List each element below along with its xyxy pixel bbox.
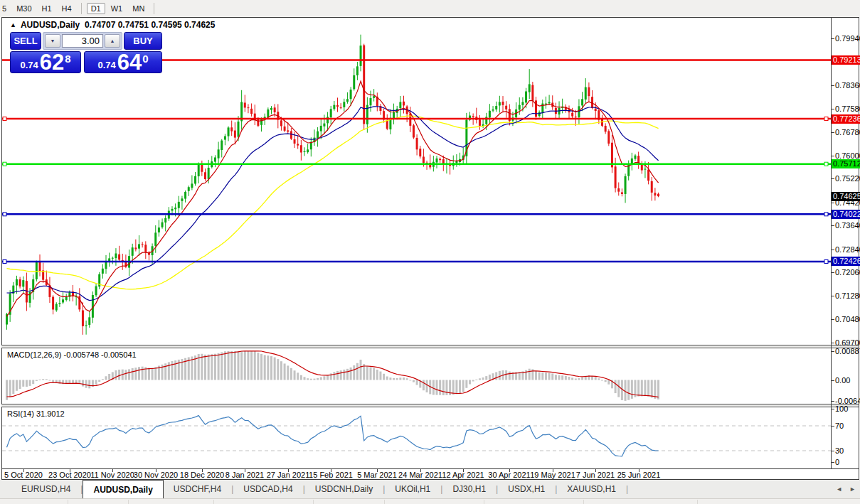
hline-handle[interactable] (3, 259, 6, 263)
date-axis-label: 5 Mar 2021 (357, 471, 397, 479)
price-axis-label: 0.78360 (835, 81, 860, 90)
date-axis-label: 5 Oct 2020 (4, 471, 43, 479)
date-axis-label: 7 Jun 2021 (576, 471, 615, 479)
tab-USDCHF-H4[interactable]: USDCHF,H4 (164, 480, 231, 498)
timeframe-button-H4[interactable]: H4 (58, 3, 76, 14)
volume-increase-button[interactable]: ▲ (105, 34, 120, 48)
price-axis-tick (831, 203, 834, 203)
one-click-toggle-icon[interactable]: ▲ (10, 21, 16, 28)
buy-button[interactable]: BUY (124, 32, 162, 50)
date-axis-label: 18 Dec 2020 (180, 471, 224, 479)
price-axis-tick (831, 85, 834, 86)
macd-label: MACD(12,26,9) -0.005748 -0.005041 (7, 350, 137, 359)
sell-price-prefix: 0.74 (20, 60, 38, 70)
price-axis-label: 0.79940 (835, 34, 860, 43)
timeframe-button-H1[interactable]: H1 (38, 3, 56, 14)
ma-slow-line (7, 116, 659, 289)
price-axis-label: 0.72060 (835, 268, 860, 277)
timeframe-button-W1[interactable]: W1 (107, 3, 127, 14)
tab-USDCNH-Daily[interactable]: USDCNH,Daily (305, 480, 383, 498)
date-axis-label: 30 Apr 2021 (488, 471, 530, 479)
date-axis-label: 8 Jan 2021 (225, 471, 264, 479)
tab-XAUUSD-H1[interactable]: XAUUSD,H1 (557, 480, 626, 498)
price-badge-0.75712: 0.75712 (832, 159, 860, 168)
rsi-axis-tick (831, 462, 834, 463)
buy-price-prefix: 0.74 (97, 60, 115, 70)
tab-scroll-right-icon[interactable]: ► (849, 486, 856, 493)
sell-price-button[interactable]: 0.74628 (10, 51, 81, 73)
price-badge-0.77236: 0.77236 (832, 114, 860, 124)
tab-USDCAD-H4[interactable]: USDCAD,H4 (233, 480, 302, 498)
tab-DJ30-H1[interactable]: DJ30,H1 (442, 480, 496, 498)
horizontal-lines-layer[interactable] (2, 60, 831, 263)
date-axis-label: 25 Jun 2021 (617, 471, 661, 479)
tab-EURUSD-H4[interactable]: EURUSD,H4 (11, 480, 80, 498)
tab-USDX-H1[interactable]: USDX,H1 (498, 480, 555, 498)
volume-decrease-button[interactable]: ▼ (45, 34, 60, 48)
timeframe-button-5[interactable]: 5 (0, 3, 11, 14)
timeframe-button-D1[interactable]: D1 (87, 3, 105, 14)
symbol-tabbar: EURUSD,H4|AUDUSD,DailyUSDCHF,H4|USDCAD,H… (0, 480, 860, 498)
price-axis-tick (831, 132, 834, 133)
ma-fast-line (7, 81, 659, 316)
date-axis-label: 12 Apr 2021 (442, 471, 484, 479)
volume-input[interactable] (62, 34, 103, 48)
rsi-axis-label: 100 (835, 404, 848, 413)
chevron-down-icon: ▼ (51, 38, 55, 43)
price-axis-label: 0.77580 (835, 104, 860, 113)
status-pane-separator (384, 500, 385, 504)
hline-handle[interactable] (3, 162, 6, 166)
tab-AUDUSD-Daily[interactable]: AUDUSD,Daily (83, 480, 163, 498)
hline-handle[interactable] (3, 117, 6, 121)
hline-handle[interactable] (824, 213, 828, 216)
price-axis-tick (831, 272, 834, 273)
date-axis-label: 27 Jan 2021 (267, 471, 310, 479)
status-pane-separator (484, 500, 484, 504)
date-axis-label: 23 Oct 2020 (48, 471, 91, 479)
status-pane-separator (313, 500, 314, 504)
sell-button[interactable]: SELL (10, 32, 41, 50)
rsi-axis-tick (831, 451, 834, 451)
rsi-label: RSI(14) 31.9012 (7, 409, 65, 418)
status-pane-separator (213, 500, 214, 504)
current-price-badge: 0.74625 (832, 192, 860, 201)
date-axis-label: 11 Nov 2020 (90, 471, 134, 479)
buy-price-sup: 0 (142, 53, 148, 65)
price-axis-label: 0.76780 (835, 128, 860, 136)
rsi-axis-tick (831, 426, 834, 427)
status-pane-separator (128, 500, 129, 504)
price-axis-tick (831, 343, 834, 343)
price-axis-label: 0.75220 (835, 174, 860, 183)
price-axis-tick (831, 178, 834, 179)
price-axis-tick (831, 319, 834, 320)
price-axis-label: 0.69700 (835, 338, 860, 347)
volume-spinner: ▼ ▲ (43, 32, 122, 50)
tab-scroll-left-icon[interactable]: ◄ (836, 486, 842, 493)
chart-title: ▲AUDUSD,Daily 0.74707 0.74751 0.74595 0.… (10, 20, 215, 30)
price-axis-label: 0.73640 (835, 221, 860, 230)
hline-handle[interactable] (3, 213, 6, 216)
buy-price-big: 64 (117, 52, 142, 73)
macd-axis-tick (831, 380, 834, 381)
timeframe-toolbar: 5M30H1H4D1W1MN (0, 0, 860, 18)
buy-price-button[interactable]: 0.74640 (84, 51, 162, 73)
hline-handle[interactable] (824, 162, 828, 166)
timeframe-button-MN[interactable]: MN (128, 3, 149, 14)
price-badge-0.72426: 0.72426 (832, 257, 860, 266)
rsi-axis-label: 70 (835, 422, 844, 430)
status-bar (0, 498, 860, 504)
rsi-indicator-canvas[interactable] (2, 407, 831, 468)
candles-layer (6, 35, 659, 335)
one-click-trading-panel: SELL ▼ ▲ BUY 0.74628 0.74640 (10, 32, 162, 73)
ma-mid-line (7, 107, 659, 301)
hline-handle[interactable] (824, 117, 828, 121)
hline-handle[interactable] (824, 259, 828, 263)
rsi-line (7, 416, 659, 456)
tab-UKOil-H1[interactable]: UKOil,H1 (385, 480, 440, 498)
toolbar-separator (154, 3, 154, 14)
toolbar-separator (81, 3, 82, 14)
price-badge-0.74022: 0.74022 (832, 210, 860, 219)
timeframe-button-M30[interactable]: M30 (12, 3, 36, 14)
status-pane-separator (697, 500, 698, 504)
date-axis-label: 15 Feb 2021 (309, 471, 353, 479)
